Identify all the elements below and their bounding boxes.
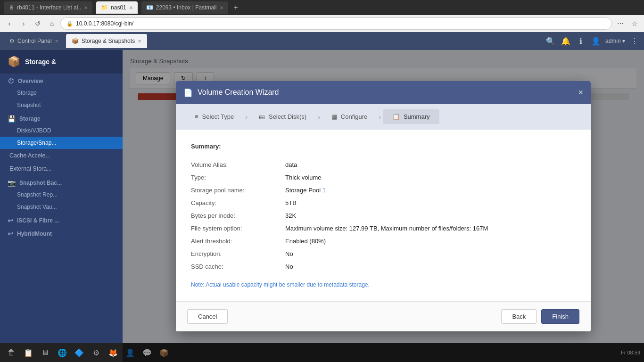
summary-row-alert: Alert threshold: Enabled (80%) [191,235,576,247]
sidebar-item-disks[interactable]: Disks/VJBOD [0,124,123,137]
browser-titlebar: 🖥 rb4011 - Interface List al.. ✕ 📁 nas01… [0,0,644,15]
new-tab-button[interactable]: + [234,3,238,12]
dialog-title-icon: 📄 [183,88,193,97]
summary-value-alert: Enabled (80%) [285,235,576,247]
snapshot-bac-icon: 📷 [8,179,16,187]
app-topbar-actions: 🔍 🔔 ℹ 👤 admin ▾ ⋮ [545,35,640,47]
taskbar-icon-firefox[interactable]: 🦊 [106,345,121,360]
sidebar-item-cache[interactable]: Cache Accele... [0,149,123,162]
browser-tab-3[interactable]: 📧 22093 • Inbox | Fastmail ✕ [141,1,228,14]
summary-title: Summary: [191,143,576,150]
summary-value-capacity: 5TB [285,197,576,209]
forward-button[interactable]: › [18,18,29,29]
sidebar-group-snapshot-bac[interactable]: 📷 Snapshot Bac... [0,175,123,189]
summary-row-fs: File system option: Maximum volume size:… [191,222,576,235]
sidebar-item-external[interactable]: External Stora... [0,162,123,175]
storage-tab-label: Storage & Snapshots [82,38,135,44]
taskbar-icon-gear[interactable]: ⚙ [89,345,104,360]
url-text: 10.0.0.17:8080/cgi-bin/ [76,20,133,27]
browser-nav: ‹ › ↺ ⌂ 🔒 10.0.0.17:8080/cgi-bin/ ⋯ ☆ [0,15,644,32]
storage-tab-close[interactable]: ✕ [138,39,141,44]
more-button[interactable]: ⋮ [629,35,640,47]
taskbar-icon-files[interactable]: 📋 [21,345,36,360]
dialog-close-button[interactable]: × [578,88,583,98]
admin-label: admin ▾ [605,38,625,44]
sidebar-item-storage-snap[interactable]: Storage/Snap... [0,137,123,149]
dialog-title: 📄 Volume Creation Wizard [183,88,279,97]
wizard-step-summary[interactable]: 📋 Summary [383,109,439,124]
summary-value-ssd: No [285,260,576,273]
bookmark-button[interactable]: ☆ [629,18,640,29]
taskbar-icon-vscode[interactable]: 🔷 [72,345,87,360]
tab2-label: nas01 [111,4,126,11]
step-divider-2: › [318,113,320,121]
back-button[interactable]: Back [501,309,537,324]
user-button[interactable]: 👤 [590,35,602,47]
wizard-step-select-type[interactable]: ≡ Select Type [185,109,243,124]
storage-group-label: Storage [19,115,41,122]
help-button[interactable]: ℹ [575,35,586,47]
sidebar-group-hybridmount[interactable]: ↩ HybridMount [0,226,123,239]
summary-pool-number: 1 [322,187,326,194]
iscsi-label: iSCSI & Fibre ... [17,217,59,224]
summary-note: Note: Actual usable capacity might be sm… [191,281,576,288]
notification-button[interactable]: 🔔 [560,35,571,47]
hybridmount-icon: ↩ [8,230,13,238]
tab1-favicon: 🖥 [8,4,14,11]
url-bar[interactable]: 🔒 10.0.0.17:8080/cgi-bin/ [60,17,612,30]
back-button[interactable]: ‹ [4,18,15,29]
step-configure-label: Configure [341,113,367,120]
sidebar-group-storage[interactable]: 💾 Storage [0,111,123,124]
taskbar-icon-monitor[interactable]: 🖥 [38,345,53,360]
sidebar-group-iscsi[interactable]: ↩ iSCSI & Fibre ... [0,213,123,226]
wizard-step-configure[interactable]: ▦ Configure [322,109,377,124]
main-container: 📦 Storage & ⏱ Overview Storage Snapshot … [0,50,644,362]
browser-tab-1[interactable]: 🖥 rb4011 - Interface List al.. ✕ [4,1,92,14]
wizard-step-select-disks[interactable]: 🖴 Select Disk(s) [249,109,316,124]
footer-right-buttons: Back Finish [501,309,579,324]
snapshot-bac-label: Snapshot Bac... [19,180,62,186]
summary-value-encryption: No [285,247,576,260]
summary-label-type: Type: [191,171,285,184]
tab1-close[interactable]: ✕ [84,5,88,10]
volume-creation-dialog: 📄 Volume Creation Wizard × ≡ Select Type… [176,81,591,331]
sidebar-header: 📦 Storage & [0,50,123,74]
finish-button[interactable]: Finish [541,309,579,324]
summary-row-capacity: Capacity: 5TB [191,197,576,209]
control-panel-close[interactable]: ✕ [55,39,58,44]
sidebar-item-storage-overview[interactable]: Storage [0,87,123,99]
content-area: Storage & Snapshots Manage ↻ + 📄 Volume … [123,50,644,362]
sidebar-header-icon: 📦 [8,56,20,68]
summary-label-alias: Volume Alias: [191,158,285,171]
home-button[interactable]: ⌂ [46,18,58,29]
summary-value-pool: Storage Pool 1 [285,184,576,197]
sidebar-item-snapshot-vau[interactable]: Snapshot Vau... [0,201,123,213]
cancel-button[interactable]: Cancel [187,309,228,324]
more-options-button[interactable]: ⋯ [615,18,626,29]
app-tab-control-panel[interactable]: ⚙ Control Panel ✕ [4,34,64,48]
tab3-close[interactable]: ✕ [220,5,223,10]
sidebar-item-snapshot-rep[interactable]: Snapshot Rep... [0,189,123,201]
dialog-footer: Cancel Back Finish [176,301,591,331]
app-tabs-bar: ⚙ Control Panel ✕ 📦 Storage & Snapshots … [0,32,644,50]
summary-label-alert: Alert threshold: [191,235,285,247]
step-configure-icon: ▦ [331,113,337,120]
search-button[interactable]: 🔍 [545,35,556,47]
reload-button[interactable]: ↺ [32,18,43,29]
tab2-close[interactable]: ✕ [129,5,133,10]
dialog-title-text: Volume Creation Wizard [198,88,279,97]
summary-row-ssd: SSD cache: No [191,260,576,273]
summary-row-type: Type: Thick volume [191,171,576,184]
browser-tab-2[interactable]: 📁 nas01 ✕ [96,1,138,14]
sidebar: 📦 Storage & ⏱ Overview Storage Snapshot … [0,50,123,362]
sidebar-item-snapshot-overview[interactable]: Snapshot [0,99,123,111]
tab3-label: 22093 • Inbox | Fastmail [156,4,217,11]
taskbar-icon-browser[interactable]: 🌐 [55,345,70,360]
sidebar-group-overview[interactable]: ⏱ Overview [0,74,123,87]
app-tab-storage[interactable]: 📦 Storage & Snapshots ✕ [66,34,147,48]
storage-tab-icon: 📦 [72,38,79,44]
summary-value-alias: data [285,158,576,171]
control-panel-label: Control Panel [17,38,52,44]
summary-row-pool: Storage pool name: Storage Pool 1 [191,184,576,197]
taskbar-icon-trash[interactable]: 🗑 [4,345,19,360]
